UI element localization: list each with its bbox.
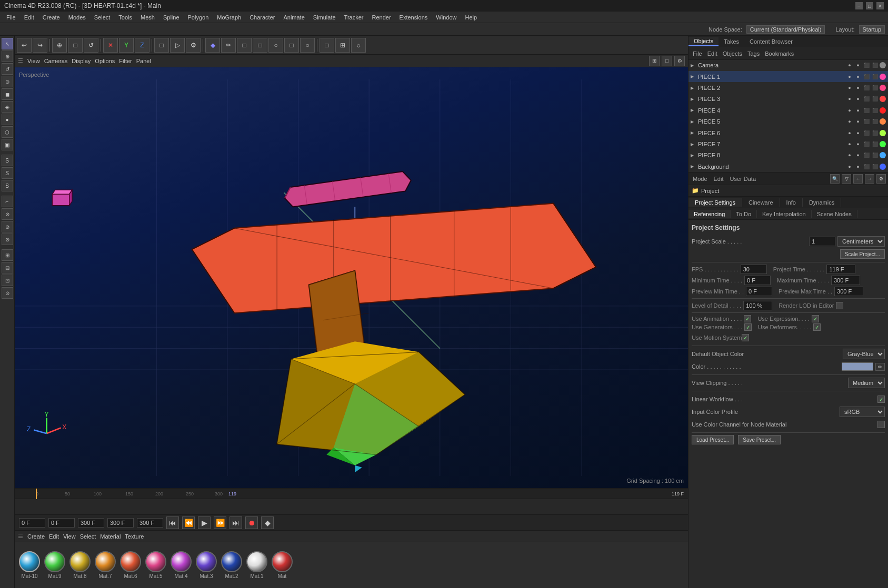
tab-info[interactable]: Info <box>780 198 803 207</box>
magnet-button[interactable]: ⊙ <box>2 287 13 299</box>
view-mat-menu[interactable]: View <box>63 533 76 540</box>
visibility-icon[interactable]: ● <box>854 140 862 148</box>
filter-menu[interactable]: Filter <box>119 58 132 64</box>
visibility-icon[interactable]: ⬛ <box>871 163 879 170</box>
view-menu[interactable]: View <box>27 58 40 64</box>
rotate-icon-button[interactable]: ↺ <box>84 38 98 53</box>
visibility-icon[interactable]: ⬛ <box>871 129 879 137</box>
material-swatch[interactable]: Mat.8 <box>69 551 91 579</box>
subtab-referencing[interactable]: Referencing <box>689 210 731 218</box>
snap3-button[interactable]: S <box>2 180 13 191</box>
corner-tool-button[interactable]: ⌐ <box>2 196 13 207</box>
subtab-key-interpolation[interactable]: Key Interpolation <box>757 210 812 218</box>
scale-project-button[interactable]: Scale Project... <box>840 249 885 259</box>
project-scale-input[interactable] <box>809 237 835 246</box>
undo-button[interactable]: ↩ <box>17 38 32 53</box>
visibility-icon[interactable]: ● <box>846 62 853 69</box>
render-region-button[interactable]: ▷ <box>170 38 185 53</box>
maximize-button[interactable]: □ <box>866 2 873 9</box>
default-obj-color-select[interactable]: Gray-Blue Red Green Blue <box>843 349 885 359</box>
menu-create[interactable]: Create <box>38 13 64 22</box>
model-tool-button[interactable]: ◼ <box>2 88 13 100</box>
menu-window[interactable]: Window <box>432 13 461 22</box>
menu-tools[interactable]: Tools <box>114 13 136 22</box>
visibility-icon[interactable]: ⬛ <box>871 62 879 69</box>
tab-cineware[interactable]: Cineware <box>742 198 780 207</box>
layout-value[interactable]: Startup <box>859 25 885 34</box>
visibility-icon[interactable]: ⬛ <box>863 140 870 148</box>
visibility-icon[interactable]: ● <box>854 129 862 137</box>
attr-mode-btn[interactable]: Mode <box>691 176 710 182</box>
close-button[interactable]: × <box>876 2 884 9</box>
attr-filter-button[interactable]: ▽ <box>842 174 851 184</box>
render-settings-button[interactable]: ⚙ <box>186 38 201 53</box>
visibility-icon[interactable]: ⬛ <box>871 84 879 92</box>
object-list-item[interactable]: ▶Background●●⬛⬛ <box>689 161 888 173</box>
material-ball[interactable] <box>19 551 40 572</box>
save-preset-button[interactable]: Save Preset... <box>738 435 781 444</box>
obj-bookmarks-menu[interactable]: Bookmarks <box>763 50 796 57</box>
deformer-button[interactable]: ○ <box>268 38 283 53</box>
redo-button[interactable]: ↪ <box>33 38 47 53</box>
scale-tool-button[interactable]: ⊙ <box>2 76 13 87</box>
visibility-icon[interactable]: ● <box>854 84 862 92</box>
attr-nav-back-button[interactable]: ← <box>853 174 863 184</box>
obj-objects-menu[interactable]: Objects <box>721 50 744 57</box>
lod-input[interactable] <box>743 301 772 310</box>
new-object-button[interactable]: ⊕ <box>52 38 67 53</box>
material-swatch[interactable]: Mat <box>272 551 293 579</box>
visibility-icon[interactable]: ⬛ <box>871 118 879 125</box>
snap-button[interactable]: S <box>2 155 13 166</box>
tab-takes[interactable]: Takes <box>719 37 744 46</box>
visibility-icon[interactable]: ● <box>846 163 853 170</box>
object-list-item[interactable]: ▶PIECE 5●●⬛⬛ <box>689 116 888 127</box>
edge-mode-button[interactable]: ⬡ <box>2 126 13 138</box>
attr-edit-btn[interactable]: Edit <box>712 176 726 182</box>
visibility-icon[interactable]: ● <box>854 118 862 125</box>
obj-edit-menu[interactable]: Edit <box>705 50 720 57</box>
x-axis-button[interactable]: ✕ <box>103 38 118 53</box>
visibility-icon[interactable]: ⬛ <box>863 107 870 114</box>
visibility-icon[interactable]: ⬛ <box>871 140 879 148</box>
goto-end-button[interactable]: ⏭ <box>230 516 242 529</box>
subtab-scene-nodes[interactable]: Scene Nodes <box>812 210 857 218</box>
visibility-icon[interactable]: ● <box>846 73 853 80</box>
current-time-input[interactable] <box>19 518 45 528</box>
attr-search-button[interactable]: 🔍 <box>830 174 840 184</box>
keyframe-button[interactable]: ◆ <box>261 516 274 529</box>
options-menu[interactable]: Options <box>95 58 115 64</box>
material-swatch[interactable]: Mat.7 <box>95 551 116 579</box>
viewport-expand-button[interactable]: ⊞ <box>649 56 660 66</box>
use-motion-checkbox[interactable]: ✓ <box>742 334 749 341</box>
object-mode-button[interactable]: ◈ <box>2 101 13 113</box>
visibility-icon[interactable]: ● <box>846 151 853 159</box>
preview-start-input[interactable] <box>107 518 134 528</box>
cube-button[interactable]: ◆ <box>205 38 220 53</box>
obj-file-menu[interactable]: File <box>691 50 704 57</box>
edit-mat-menu[interactable]: Edit <box>49 533 59 540</box>
material-button[interactable]: ○ <box>300 38 315 53</box>
z-axis-button[interactable]: Z <box>135 38 149 53</box>
camera-button[interactable]: □ <box>253 38 267 53</box>
material-ball[interactable] <box>272 551 293 572</box>
menu-render[interactable]: Render <box>367 13 395 22</box>
object-list-item[interactable]: ▶PIECE 1●●⬛⬛ <box>689 71 888 82</box>
load-preset-button[interactable]: Load Preset... <box>692 435 734 444</box>
input-color-profile-select[interactable]: sRGB Linear AdobeRGB <box>840 407 885 417</box>
3d-viewport[interactable]: Perspective Grid Spacing : 100 cm <box>15 67 688 488</box>
viewport-settings-button[interactable]: ⚙ <box>674 56 685 66</box>
menu-animate[interactable]: Animate <box>279 13 308 22</box>
subtab-todo[interactable]: To Do <box>731 210 757 218</box>
visibility-icon[interactable]: ⬛ <box>863 163 870 170</box>
menu-polygon[interactable]: Polygon <box>184 13 213 22</box>
open-button[interactable]: □ <box>68 38 83 53</box>
use-expression-checkbox[interactable]: ✓ <box>812 315 819 322</box>
world-button[interactable]: ⊞ <box>2 249 13 261</box>
y-axis-button[interactable]: Y <box>119 38 134 53</box>
menu-edit[interactable]: Edit <box>20 13 38 22</box>
tab-content-browser[interactable]: Content Browser <box>744 37 798 46</box>
visibility-icon[interactable]: ⬛ <box>871 107 879 114</box>
field-button[interactable]: □ <box>284 38 299 53</box>
texture-menu[interactable]: Texture <box>125 533 144 540</box>
material-ball[interactable] <box>171 551 192 572</box>
